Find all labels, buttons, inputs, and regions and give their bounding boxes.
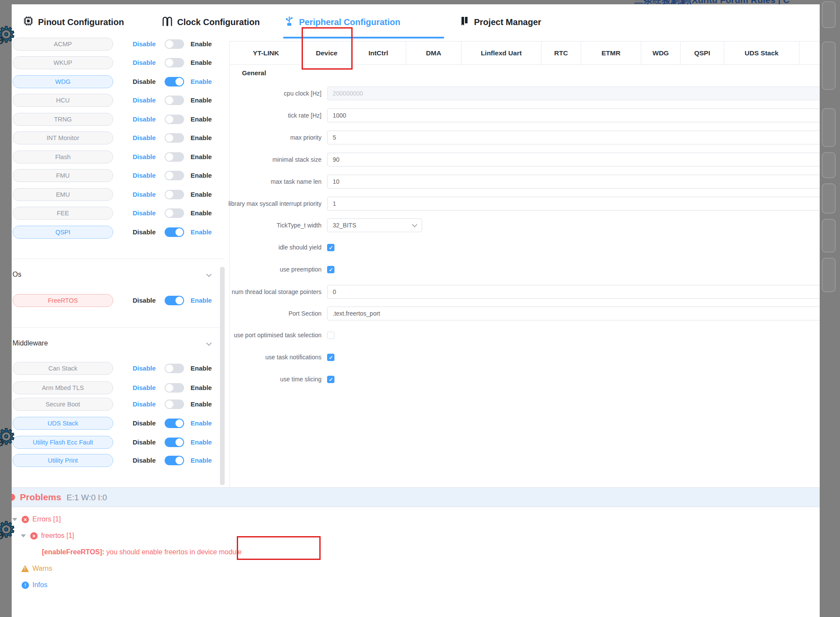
cpu-clock-input: 200000000	[327, 86, 820, 100]
problems-dot-icon	[12, 494, 15, 501]
tab-wdg[interactable]: WDG	[641, 42, 681, 64]
use-port-optimised-task-selection-checkbox[interactable]	[327, 332, 334, 339]
disable-label: Disable	[133, 115, 156, 123]
max-priority-input[interactable]: 5	[327, 131, 820, 144]
os-button-freertos[interactable]: FreeRTOS	[13, 294, 113, 307]
tab-linflexd-uart[interactable]: Linflexd Uart	[461, 42, 541, 64]
wkup-toggle[interactable]	[165, 58, 184, 67]
int-monitor-toggle[interactable]	[165, 133, 184, 143]
peripheral-button-hcu[interactable]: HCU	[13, 94, 113, 107]
use-time-slicing-checkbox[interactable]	[327, 376, 334, 383]
toggle-knob	[175, 297, 183, 304]
can-stack-toggle[interactable]	[165, 364, 184, 373]
peripheral-button-flash[interactable]: Flash	[13, 150, 113, 163]
field-label: library max syscall interrupt priority	[200, 200, 321, 207]
toggle-knob	[165, 364, 173, 372]
peripheral-button-emu[interactable]: EMU	[13, 188, 113, 201]
peripheral-button-fee[interactable]: FEE	[13, 207, 113, 220]
form-row: num thread local storage pointers 0	[200, 285, 820, 299]
tab-uds-stack[interactable]: UDS Stack	[724, 42, 799, 64]
tab-qspi[interactable]: QSPI	[681, 42, 724, 64]
peripheral-row: HCU Disable Enable	[12, 93, 228, 108]
port-section-input[interactable]: .text.freertos_port	[327, 307, 820, 320]
form-row: use preemption	[200, 262, 820, 276]
ticktype-width-select[interactable]: 32_BITS	[327, 218, 422, 232]
peripheral-button-wkup[interactable]: WKUP	[13, 56, 113, 69]
background-card	[822, 152, 836, 178]
peripheral-row: WKUP Disable Enable	[12, 56, 228, 70]
tab-rtc[interactable]: RTC	[541, 42, 581, 64]
peripheral-button-acmp[interactable]: ACMP	[13, 38, 113, 51]
wdg-toggle[interactable]	[165, 77, 184, 86]
hcu-toggle[interactable]	[165, 96, 184, 105]
nav-label: Pinout Configuration	[38, 17, 124, 27]
enable-label: Enable	[191, 40, 212, 48]
peripheral-button-qspi[interactable]: QSPI	[13, 226, 113, 239]
error-group-label: freertos [1]	[41, 532, 74, 540]
middleware-button-secure-boot[interactable]: Secure Boot	[13, 398, 113, 411]
problems-warns-row[interactable]: Warns	[12, 563, 52, 574]
utility-flash-ecc-fault-toggle[interactable]	[165, 438, 184, 447]
peripheral-button-fmu[interactable]: FMU	[13, 169, 113, 182]
middleware-button-uds-stack[interactable]: UDS Stack	[13, 417, 113, 430]
peripheral-button-wdg[interactable]: WDG	[13, 75, 113, 88]
arm-mbed-tls-toggle[interactable]	[165, 383, 184, 393]
form-row: use task notifications	[200, 350, 820, 364]
peripheral-row: TRNG Disable Enable	[12, 112, 228, 127]
tick-rate-input[interactable]: 1000	[327, 109, 820, 122]
enable-label: Enable	[191, 78, 212, 85]
collapse-triangle-icon[interactable]	[21, 534, 26, 537]
tab-yt-link[interactable]: YT-LINK	[229, 42, 303, 64]
trng-toggle[interactable]	[165, 115, 184, 124]
utility-print-toggle[interactable]	[165, 456, 184, 465]
nav-project-manager[interactable]: Project Manager	[459, 15, 541, 29]
problems-message-row[interactable]: [enableFreeRTOS]: you should enable free…	[12, 547, 242, 557]
emu-toggle[interactable]	[165, 190, 184, 199]
middleware-button-arm-mbed-tls[interactable]: Arm Mbed TLS	[13, 381, 113, 394]
qspi-toggle[interactable]	[165, 227, 184, 237]
nav-clock-configuration[interactable]: Clock Configuration	[162, 15, 260, 29]
middleware-button-utility-flash-ecc-fault[interactable]: Utility Flash Ecc Fault	[13, 436, 113, 449]
enable-label: Enable	[191, 400, 212, 408]
peripheral-row: FMU Disable Enable	[12, 169, 228, 183]
problems-group-row[interactable]: freertos [1]	[12, 531, 74, 541]
peripheral-button-trng[interactable]: TRNG	[13, 113, 113, 126]
toggle-knob	[165, 172, 173, 179]
tab-dma[interactable]: DMA	[406, 42, 461, 64]
annotation-box-device-module	[237, 536, 321, 560]
idle-should-yield-checkbox[interactable]	[327, 244, 334, 251]
background-card	[822, 42, 836, 90]
freertos-toggle[interactable]	[165, 296, 184, 305]
library-max-syscall-interrupt-priority-input[interactable]: 1	[327, 197, 820, 211]
middleware-button-can-stack[interactable]: Can Stack	[13, 362, 113, 375]
enable-label: Enable	[191, 457, 212, 464]
problems-errors-row[interactable]: Errors [1]	[12, 514, 61, 524]
error-message-prefix: [enableFreeRTOS]:	[42, 548, 105, 556]
use-task-notifications-checkbox[interactable]	[327, 354, 334, 361]
acmp-toggle[interactable]	[165, 39, 184, 49]
middleware-row: Utility Print Disable Enable	[12, 454, 228, 468]
flash-toggle[interactable]	[165, 152, 184, 162]
nav-pinout-configuration[interactable]: Pinout Configuration	[23, 15, 124, 29]
problems-infos-row[interactable]: Infos	[12, 580, 48, 590]
fee-toggle[interactable]	[165, 208, 184, 218]
tab-intctrl[interactable]: IntCtrl	[351, 42, 406, 64]
middleware-button-utility-print[interactable]: Utility Print	[13, 454, 113, 467]
form-row: tick rate [Hz] 1000	[200, 109, 820, 122]
tab-etmr[interactable]: ETMR	[581, 42, 641, 64]
toggle-knob	[175, 78, 183, 86]
use-preemption-checkbox[interactable]	[327, 266, 334, 273]
peripheral-row: Flash Disable Enable	[12, 150, 228, 165]
gear-icon: ⚙⚙	[0, 519, 16, 540]
problems-header[interactable]: Problems E:1 W:0 I:0	[12, 488, 820, 507]
uds-stack-toggle[interactable]	[165, 419, 184, 428]
peripheral-button-int-monitor[interactable]: INT Monitor	[13, 131, 113, 144]
section-middleware-title: Middleware	[13, 339, 48, 347]
secure-boot-toggle[interactable]	[165, 400, 184, 409]
disable-label: Disable	[133, 419, 156, 427]
peripheral-usb-icon	[284, 16, 295, 29]
fmu-toggle[interactable]	[165, 171, 184, 180]
num-thread-local-storage-pointers-input[interactable]: 0	[327, 285, 820, 299]
minimal-stack-size-input[interactable]: 90	[327, 153, 820, 166]
max-task-name-len-input[interactable]: 10	[327, 175, 820, 189]
